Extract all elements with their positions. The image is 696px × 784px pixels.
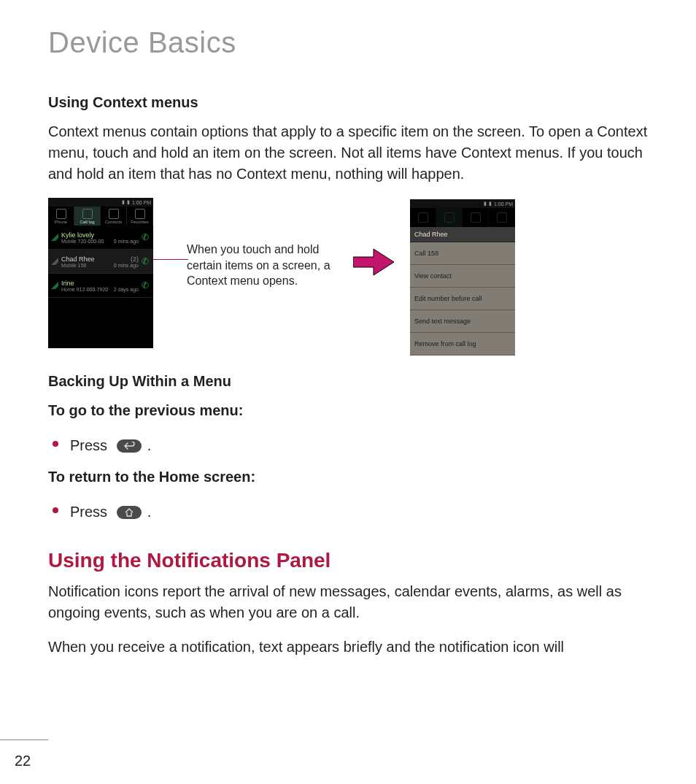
- outgoing-call-icon: [51, 258, 58, 265]
- footer-rule: [0, 739, 48, 740]
- list-item: Irine Home 912-000-79202 days ago ✆: [48, 274, 153, 298]
- contact-name: Irine: [61, 280, 139, 287]
- back-key-icon: [117, 439, 142, 453]
- screenshot-call-log: ▮ ▮ 1:00 PM Phone Call log Contacts Favo…: [48, 198, 153, 348]
- label-previous-menu: To go to the previous menu:: [48, 400, 651, 421]
- signal-icon: ▮: [484, 201, 487, 207]
- callout-connector: [153, 259, 188, 260]
- press-word: Press: [70, 504, 107, 520]
- paragraph-notifications-1: Notification icons report the arrival of…: [48, 581, 651, 623]
- step-press-back: Press .: [48, 434, 651, 456]
- heading-backing-up: Backing Up Within a Menu: [48, 373, 651, 390]
- call-log-list: Kylie lovely Mobile 720-000-000 mins ago…: [48, 226, 153, 298]
- paragraph-context-menus: Context menus contain options that apply…: [48, 121, 651, 185]
- tab-call-log: Call log: [74, 207, 101, 226]
- step-press-home: Press .: [48, 501, 651, 523]
- heading-notifications-panel: Using the Notifications Panel: [48, 549, 651, 572]
- list-item: Chad Rhee (2) Mobile 1580 mins ago ✆: [48, 250, 153, 274]
- outgoing-call-icon: [51, 234, 58, 241]
- call-icon: ✆: [142, 233, 150, 242]
- label-home-screen: To return to the Home screen:: [48, 466, 651, 488]
- home-key-icon: [117, 506, 142, 519]
- context-menu-item: View contact: [410, 265, 515, 288]
- paragraph-notifications-2: When you receive a notification, text ap…: [48, 637, 651, 658]
- clock-text: 1:00 PM: [494, 201, 513, 207]
- figure-row: ▮ ▮ 1:00 PM Phone Call log Contacts Favo…: [48, 198, 651, 357]
- list-item: Kylie lovely Mobile 720-000-000 mins ago…: [48, 226, 153, 250]
- callout-text: When you touch and hold certain items on…: [187, 242, 333, 289]
- tab-favorites: Favorites: [127, 207, 153, 226]
- outgoing-call-icon: [51, 282, 58, 289]
- arrow-icon: [353, 247, 394, 280]
- tab-bar: Phone Call log Contacts Favorites: [48, 207, 153, 226]
- tab-bar-dimmed: [410, 208, 515, 227]
- call-icon: ✆: [142, 257, 150, 266]
- contact-name: Chad Rhee: [61, 255, 95, 263]
- call-count-badge: (2): [131, 255, 139, 263]
- tab-phone: Phone: [48, 207, 74, 226]
- context-menu-item: Edit number before call: [410, 288, 515, 310]
- heading-context-menus: Using Context menus: [48, 94, 651, 111]
- press-word: Press: [70, 437, 107, 453]
- status-bar: ▮ ▮ 1:00 PM: [48, 198, 153, 207]
- context-menu-item: Send text message: [410, 310, 515, 333]
- battery-icon: ▮: [127, 199, 130, 205]
- signal-icon: ▮: [122, 199, 125, 205]
- context-menu-header: Chad Rhee: [410, 227, 515, 242]
- call-icon: ✆: [142, 281, 150, 290]
- context-menu-item: Remove from call log: [410, 333, 515, 356]
- status-bar: ▮ ▮ 1:00 PM: [410, 199, 515, 208]
- context-menu-item: Call 158: [410, 242, 515, 265]
- section-title: Device Basics: [48, 26, 651, 59]
- page-number: 22: [15, 753, 31, 769]
- contact-name: Kylie lovely: [61, 231, 139, 239]
- screenshot-context-menu: ▮ ▮ 1:00 PM Chad Rhee Call 158 View cont…: [410, 199, 515, 350]
- clock-text: 1:00 PM: [132, 200, 151, 205]
- battery-icon: ▮: [489, 201, 492, 207]
- tab-contacts: Contacts: [101, 207, 127, 226]
